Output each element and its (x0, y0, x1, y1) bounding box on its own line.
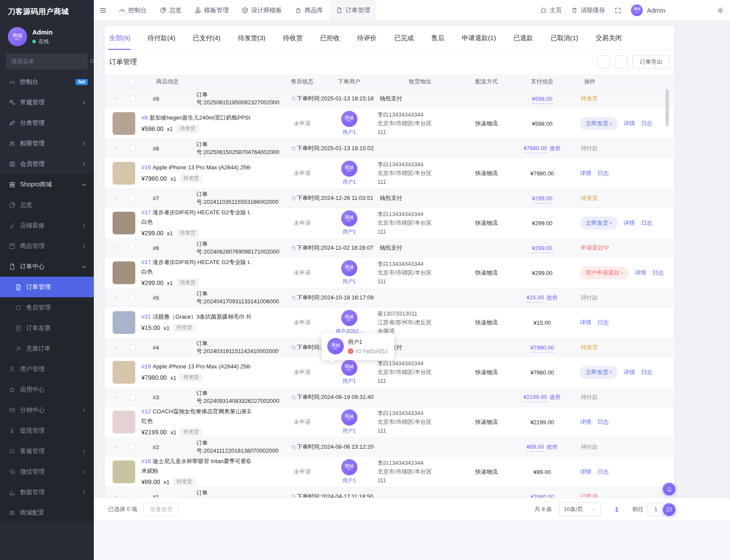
topnav-item-goods-lib[interactable]: 商品库 (288, 0, 329, 21)
chevron-down-icon[interactable] (113, 146, 118, 151)
copy-icon[interactable] (291, 345, 297, 350)
topnav-item-overview[interactable]: 总览 (153, 0, 188, 21)
row-checkbox[interactable] (130, 295, 136, 301)
tab-refund-apply[interactable]: 申请退款(1) (461, 26, 497, 49)
action-detail-link[interactable]: 详情 (624, 368, 635, 376)
user-avatar[interactable]: 商城· B2C · (341, 459, 357, 475)
copy-icon[interactable] (291, 494, 297, 498)
action-detail-link[interactable]: 详情 (580, 319, 591, 326)
action-detail-link[interactable]: 详情 (580, 468, 591, 476)
order-amount-link[interactable]: ¥7980.00 (530, 344, 554, 353)
gear-icon[interactable] (717, 7, 724, 14)
order-amount-link[interactable]: ¥89.00 (527, 443, 544, 452)
action-ship-button[interactable]: 立即发货 (580, 216, 617, 230)
action-ship-button[interactable]: 立即发货 (580, 117, 617, 130)
copy-icon[interactable] (291, 444, 297, 450)
chevron-down-icon[interactable] (113, 395, 118, 400)
sidebar-item-shop-config[interactable]: 商城配置 (0, 502, 94, 523)
user-name-link[interactable]: 用户1 (343, 427, 356, 435)
user-avatar[interactable]: 商城· B2C · (341, 260, 357, 276)
product-id-link[interactable]: #17 (141, 259, 151, 265)
row-checkbox[interactable] (130, 96, 136, 102)
order-amount-link[interactable]: ¥15.00 (527, 294, 544, 302)
sidebar-item-aftersale[interactable]: 售后管理 (0, 297, 94, 318)
sidebar-item-wechat[interactable]: 微信管理 (0, 461, 94, 482)
tab-finished[interactable]: 已完成 (393, 26, 415, 49)
sidebar-item-invoice[interactable]: 订单发票 (0, 318, 94, 338)
tab-canceled[interactable]: 已取消(1) (550, 26, 579, 49)
sidebar-item-goods[interactable]: 商品管理 (0, 236, 94, 256)
action-detail-link[interactable]: 详情 (635, 269, 646, 277)
product-id-link[interactable]: #8 (141, 114, 147, 121)
tab-rejected[interactable]: 已拒收 (319, 26, 340, 49)
copy-icon[interactable] (291, 146, 297, 151)
user-avatar[interactable]: 商城· B2C · (341, 161, 357, 177)
tab-to-review[interactable]: 待评价 (356, 26, 377, 49)
order-amount-link[interactable]: ¥598.00 (532, 96, 552, 104)
chevron-down-icon[interactable] (113, 96, 118, 101)
topnav-item-designer[interactable]: 设计师模板 (235, 0, 288, 21)
user-name-link[interactable]: 用户1 (343, 378, 356, 385)
hamburger-menu-icon[interactable] (94, 0, 112, 21)
topnav-home-link[interactable]: 主页 (540, 7, 562, 14)
action-log-link[interactable]: 日志 (597, 418, 609, 426)
action-detail-link[interactable]: 详情 (580, 169, 591, 177)
product-id-link[interactable]: #17 (141, 209, 151, 216)
order-amount-link[interactable]: ¥299.00 (532, 245, 552, 253)
menu-search-input[interactable] (10, 58, 89, 65)
product-id-link[interactable]: #19 (141, 164, 151, 171)
action-detail-link[interactable]: 详情 (624, 219, 635, 227)
product-id-link[interactable]: #12 (141, 408, 151, 415)
price-change-link[interactable]: 改价 (550, 394, 561, 400)
topnav-item-order-manage[interactable]: 订单管理 (329, 0, 377, 21)
copy-icon[interactable] (291, 395, 297, 400)
sidebar-item-recharge[interactable]: 充值订单 (0, 338, 94, 359)
user-name-link[interactable]: 用户1 (343, 179, 356, 186)
sidebar-item-data[interactable]: 数据管理 (0, 482, 94, 502)
action-ship-button[interactable]: 立即发货 (580, 366, 617, 379)
sidebar-item-member[interactable]: 会员管理 (0, 154, 94, 174)
batch-ship-button[interactable]: 批量发货 (143, 502, 179, 516)
row-checkbox[interactable] (130, 145, 136, 151)
row-checkbox[interactable] (130, 195, 136, 201)
sidebar-item-service[interactable]: 客服管理 (0, 441, 94, 461)
chevron-down-icon[interactable] (113, 295, 118, 300)
table-scrollbar[interactable] (665, 89, 669, 127)
chevron-down-icon[interactable] (113, 245, 118, 251)
sidebar-item-decoration[interactable]: 店铺装修 (0, 215, 94, 236)
sidebar-item-shopro[interactable]: Shopro商城 (0, 174, 94, 195)
copy-icon[interactable] (291, 295, 297, 301)
refresh-button[interactable] (597, 55, 610, 69)
user-avatar[interactable]: 商城· B2C · (341, 310, 357, 326)
expand-icon[interactable] (614, 7, 621, 14)
user-name-link[interactable]: 用户1 (343, 278, 356, 285)
chat-button[interactable] (663, 503, 675, 516)
sidebar-item-order-manage[interactable]: 订单管理 (0, 277, 94, 297)
tab-closed[interactable]: 交易关闭 (595, 26, 623, 49)
sidebar-item-category[interactable]: 分类管理 (0, 113, 94, 133)
user-name-link[interactable]: 用户1 (343, 228, 356, 236)
topnav-clear-cache-link[interactable]: 清除缓存 (571, 7, 605, 14)
user-name-link[interactable]: 用户1 (343, 129, 356, 136)
tab-aftersale[interactable]: 售后 (430, 26, 445, 49)
select-all-checkbox[interactable] (130, 79, 136, 85)
action-detail-link[interactable]: 详情 (580, 418, 591, 426)
export-orders-button[interactable]: 订单导出 (632, 55, 670, 69)
sidebar-item-console[interactable]: 控制台hot (0, 72, 94, 92)
action-detail-link[interactable]: 详情 (624, 120, 635, 127)
sidebar-item-overview[interactable]: 总览 (0, 195, 94, 215)
tab-to-receive[interactable]: 待收货 (282, 26, 303, 49)
chevron-down-icon[interactable] (113, 494, 118, 498)
order-amount-link[interactable]: ¥299.00 (532, 195, 552, 203)
chevron-down-icon[interactable] (113, 196, 118, 201)
sidebar-item-user[interactable]: 用户管理 (0, 359, 94, 379)
sidebar-item-order-center[interactable]: 订单中心 (0, 256, 94, 277)
row-checkbox[interactable] (130, 245, 136, 251)
chevron-down-icon[interactable] (113, 444, 118, 450)
admin-menu[interactable]: 商城 · B2C · Admin (631, 4, 665, 16)
goto-page-input[interactable] (647, 503, 665, 516)
copy-icon[interactable] (291, 96, 297, 102)
action-log-link[interactable]: 日志 (641, 120, 652, 127)
tab-paid[interactable]: 已支付(4) (192, 26, 221, 49)
copy-icon[interactable] (291, 245, 297, 251)
